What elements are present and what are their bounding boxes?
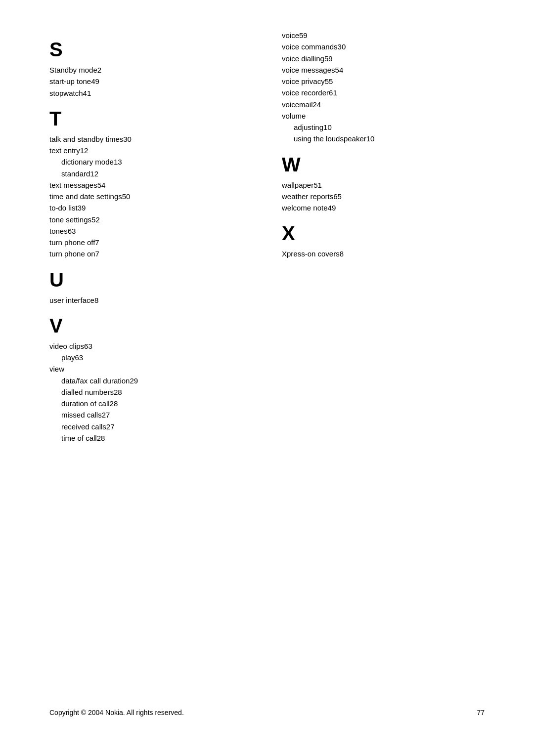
section-letter-s: S [49,39,252,60]
index-entry: voice commands30 [282,41,485,52]
index-entry: voice privacy55 [282,76,485,87]
index-entry: text entry12 [49,145,252,156]
index-entry: turn phone off7 [49,237,252,248]
index-entry: to-do list39 [49,202,252,213]
index-columns: SStandby mode2start-up tone49stopwatch41… [49,30,485,699]
section-letter-u: U [49,269,252,291]
index-entry: tone settings52 [49,214,252,225]
index-entry: user interface8 [49,294,252,306]
index-entry: received calls27 [49,421,252,432]
index-entry: view [49,363,252,375]
index-entry: weather reports65 [282,191,485,202]
section-letter-v: V [49,315,252,336]
index-entry: turn phone on7 [49,248,252,259]
index-entry: welcome note49 [282,202,485,213]
index-entry: wallpaper51 [282,179,485,191]
index-entry: volume [282,110,485,122]
index-entry: data/fax call duration29 [49,375,252,386]
index-entry: talk and standby times30 [49,133,252,145]
index-entry: text messages54 [49,179,252,191]
index-entry: adjusting10 [282,122,485,133]
index-entry: voice recorder61 [282,87,485,98]
index-entry: voice59 [282,30,485,41]
section-letter-x: X [282,222,485,244]
page: SStandby mode2start-up tone49stopwatch41… [0,0,534,756]
index-entry: start-up tone49 [49,76,252,87]
index-entry: time of call28 [49,432,252,444]
index-entry: missed calls27 [49,409,252,420]
index-entry: video clips63 [49,340,252,352]
index-entry: stopwatch41 [49,87,252,99]
index-entry: using the loudspeaker10 [282,133,485,144]
left-column: SStandby mode2start-up tone49stopwatch41… [49,30,252,699]
index-entry: voicemail24 [282,99,485,110]
index-entry: play63 [49,352,252,363]
footer: Copyright © 2004 Nokia. All rights reser… [49,699,485,716]
index-entry: duration of call28 [49,398,252,409]
index-entry: Standby mode2 [49,64,252,76]
index-entry: standard12 [49,168,252,179]
page-number: 77 [477,709,485,716]
index-entry: voice dialling59 [282,53,485,64]
section-letter-t: T [49,108,252,129]
index-entry: time and date settings50 [49,191,252,202]
index-entry: tones63 [49,225,252,237]
copyright-text: Copyright © 2004 Nokia. All rights reser… [49,709,184,716]
index-entry: Xpress-on covers8 [282,248,485,259]
right-column: voice59voice commands30voice dialling59v… [282,30,485,699]
index-entry: voice messages54 [282,64,485,76]
index-entry: dialled numbers28 [49,386,252,398]
section-letter-w: W [282,154,485,175]
index-entry: dictionary mode13 [49,156,252,168]
